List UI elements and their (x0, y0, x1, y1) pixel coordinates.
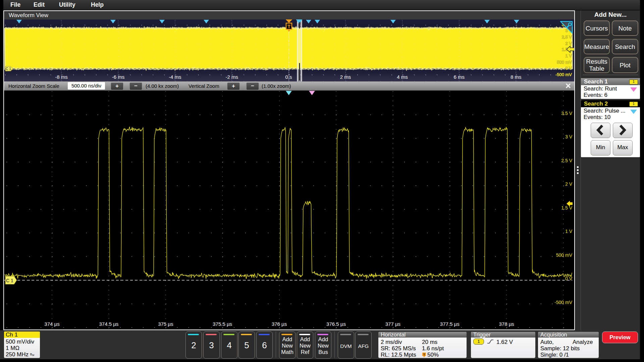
svg-text:T: T (287, 23, 290, 29)
svg-text:378 µs: 378 µs (499, 321, 514, 327)
svg-text:C 1: C 1 (6, 278, 13, 283)
svg-text:4 ms: 4 ms (397, 74, 408, 80)
svg-text:1.5 V: 1.5 V (561, 205, 572, 210)
svg-text:500 mV: 500 mV (557, 60, 572, 65)
svg-text:C 1: C 1 (6, 67, 11, 71)
svg-text:-4 ms: -4 ms (169, 74, 181, 80)
svg-text:2 V: 2 V (565, 181, 573, 187)
svg-text:500 mV: 500 mV (556, 252, 573, 258)
svg-text:377.5 µs: 377.5 µs (440, 321, 460, 327)
svg-text:375 µs: 375 µs (158, 321, 173, 327)
svg-text:377 µs: 377 µs (385, 321, 400, 327)
svg-text:-500 mV: -500 mV (554, 300, 573, 305)
svg-text:0 V: 0 V (565, 66, 572, 71)
svg-text:-2 ms: -2 ms (225, 74, 238, 80)
svg-text:3 V: 3 V (565, 134, 573, 139)
svg-text:6 ms: 6 ms (454, 74, 465, 80)
svg-text:1 V: 1 V (565, 229, 573, 234)
svg-text:374.5 µs: 374.5 µs (99, 321, 118, 327)
svg-text:-6 ms: -6 ms (112, 74, 125, 80)
svg-text:2 V: 2 V (565, 41, 572, 46)
svg-text:2.5 V: 2.5 V (561, 158, 572, 163)
svg-text:0 V: 0 V (565, 276, 573, 281)
svg-text:T: T (423, 353, 425, 356)
svg-text:2 ms: 2 ms (340, 74, 351, 80)
svg-text:-8 ms: -8 ms (55, 74, 68, 80)
svg-text:376 µs: 376 µs (272, 321, 287, 327)
svg-text:2.5 V: 2.5 V (562, 35, 572, 40)
svg-text:375.5 µs: 375.5 µs (213, 321, 232, 327)
svg-text:8 ms: 8 ms (511, 74, 522, 80)
svg-text:3.5 V: 3.5 V (561, 111, 572, 116)
svg-text:1 V: 1 V (565, 53, 572, 58)
svg-text:376.5 µs: 376.5 µs (326, 321, 346, 327)
svg-text:0 s: 0 s (285, 74, 292, 80)
svg-text:-500 mV: -500 mV (555, 72, 572, 77)
svg-text:374 µs: 374 µs (44, 321, 59, 327)
